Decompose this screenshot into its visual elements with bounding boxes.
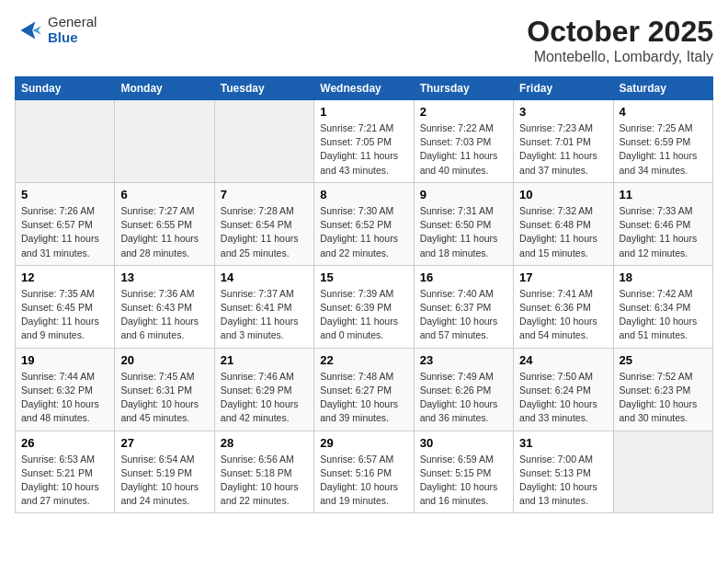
day-info: Sunrise: 7:32 AMSunset: 6:48 PMDaylight:… [519, 204, 607, 260]
day-number: 5 [21, 188, 108, 201]
day-number: 3 [519, 105, 607, 119]
month-title: October 2025 [527, 15, 713, 49]
day-number: 21 [221, 353, 308, 367]
day-number: 11 [620, 188, 707, 201]
day-info: Sunrise: 7:00 AMSunset: 5:13 PMDaylight:… [519, 453, 607, 509]
table-cell: 27Sunrise: 6:54 AMSunset: 5:19 PMDayligh… [115, 431, 214, 513]
day-info: Sunrise: 7:28 AMSunset: 6:54 PMDaylight:… [221, 204, 308, 260]
table-cell: 1Sunrise: 7:21 AMSunset: 7:05 PMDaylight… [314, 100, 414, 183]
table-cell: 23Sunrise: 7:49 AMSunset: 6:26 PMDayligh… [414, 348, 513, 431]
location-text: Montebello, Lombardy, Italy [527, 49, 713, 65]
day-number: 27 [120, 436, 208, 450]
table-cell: 30Sunrise: 6:59 AMSunset: 5:15 PMDayligh… [414, 431, 513, 513]
day-number: 16 [420, 270, 507, 284]
table-cell: 13Sunrise: 7:36 AMSunset: 6:43 PMDayligh… [115, 265, 214, 348]
day-number: 17 [519, 270, 607, 284]
day-number: 30 [420, 436, 507, 450]
table-cell [16, 100, 115, 183]
day-number: 24 [519, 353, 607, 367]
day-info: Sunrise: 7:46 AMSunset: 6:29 PMDaylight:… [221, 370, 308, 426]
day-number: 22 [320, 353, 407, 367]
day-number: 12 [21, 270, 108, 284]
day-number: 14 [221, 270, 308, 284]
header-row: Sunday Monday Tuesday Wednesday Thursday… [16, 77, 713, 100]
col-thursday: Thursday [414, 77, 513, 100]
day-info: Sunrise: 7:42 AMSunset: 6:34 PMDaylight:… [620, 287, 707, 343]
week-row-4: 19Sunrise: 7:44 AMSunset: 6:32 PMDayligh… [16, 348, 713, 431]
week-row-2: 5Sunrise: 7:26 AMSunset: 6:57 PMDaylight… [16, 182, 713, 265]
col-monday: Monday [115, 77, 214, 100]
table-cell: 5Sunrise: 7:26 AMSunset: 6:57 PMDaylight… [16, 182, 115, 265]
table-cell: 25Sunrise: 7:52 AMSunset: 6:23 PMDayligh… [613, 348, 712, 431]
day-number: 7 [221, 188, 308, 201]
day-info: Sunrise: 7:30 AMSunset: 6:52 PMDaylight:… [320, 204, 407, 260]
svg-marker-1 [32, 26, 41, 35]
day-info: Sunrise: 7:22 AMSunset: 7:03 PMDaylight:… [420, 121, 507, 178]
table-cell: 20Sunrise: 7:45 AMSunset: 6:31 PMDayligh… [115, 348, 214, 431]
table-cell: 8Sunrise: 7:30 AMSunset: 6:52 PMDaylight… [314, 182, 414, 265]
day-info: Sunrise: 7:21 AMSunset: 7:05 PMDaylight:… [320, 121, 407, 178]
col-saturday: Saturday [613, 77, 712, 100]
table-cell: 9Sunrise: 7:31 AMSunset: 6:50 PMDaylight… [414, 182, 513, 265]
day-number: 25 [620, 353, 707, 367]
day-number: 26 [21, 436, 108, 450]
table-cell: 15Sunrise: 7:39 AMSunset: 6:39 PMDayligh… [314, 265, 414, 348]
table-cell: 26Sunrise: 6:53 AMSunset: 5:21 PMDayligh… [16, 431, 115, 513]
day-info: Sunrise: 7:50 AMSunset: 6:24 PMDaylight:… [519, 370, 607, 426]
day-info: Sunrise: 6:53 AMSunset: 5:21 PMDaylight:… [21, 453, 108, 509]
table-cell: 29Sunrise: 6:57 AMSunset: 5:16 PMDayligh… [314, 431, 414, 513]
table-cell: 3Sunrise: 7:23 AMSunset: 7:01 PMDaylight… [514, 100, 613, 183]
logo: General Blue [15, 15, 97, 45]
day-number: 15 [320, 270, 407, 284]
day-info: Sunrise: 7:45 AMSunset: 6:31 PMDaylight:… [120, 370, 208, 426]
table-cell: 14Sunrise: 7:37 AMSunset: 6:41 PMDayligh… [214, 265, 313, 348]
title-block: October 2025 Montebello, Lombardy, Italy [527, 15, 713, 65]
table-cell: 6Sunrise: 7:27 AMSunset: 6:55 PMDaylight… [115, 182, 214, 265]
day-number: 1 [320, 105, 407, 119]
week-row-1: 1Sunrise: 7:21 AMSunset: 7:05 PMDaylight… [16, 100, 713, 183]
day-number: 9 [420, 188, 507, 201]
table-cell: 17Sunrise: 7:41 AMSunset: 6:36 PMDayligh… [514, 265, 613, 348]
col-tuesday: Tuesday [214, 77, 313, 100]
col-wednesday: Wednesday [314, 77, 414, 100]
day-info: Sunrise: 7:48 AMSunset: 6:27 PMDaylight:… [320, 370, 407, 426]
week-row-3: 12Sunrise: 7:35 AMSunset: 6:45 PMDayligh… [16, 265, 713, 348]
day-info: Sunrise: 7:25 AMSunset: 6:59 PMDaylight:… [620, 121, 707, 178]
week-row-5: 26Sunrise: 6:53 AMSunset: 5:21 PMDayligh… [16, 431, 713, 513]
day-info: Sunrise: 7:26 AMSunset: 6:57 PMDaylight:… [21, 204, 108, 260]
day-number: 10 [519, 188, 607, 201]
logo-general-text: General [48, 15, 97, 30]
day-info: Sunrise: 7:33 AMSunset: 6:46 PMDaylight:… [620, 204, 707, 260]
calendar-table: Sunday Monday Tuesday Wednesday Thursday… [15, 76, 713, 513]
day-info: Sunrise: 7:23 AMSunset: 7:01 PMDaylight:… [519, 121, 607, 178]
day-info: Sunrise: 7:36 AMSunset: 6:43 PMDaylight:… [120, 287, 208, 343]
day-number: 13 [120, 270, 208, 284]
table-cell: 2Sunrise: 7:22 AMSunset: 7:03 PMDaylight… [414, 100, 513, 183]
table-cell [214, 100, 313, 183]
day-info: Sunrise: 7:44 AMSunset: 6:32 PMDaylight:… [21, 370, 108, 426]
day-number: 29 [320, 436, 407, 450]
day-number: 4 [620, 105, 707, 119]
day-info: Sunrise: 6:54 AMSunset: 5:19 PMDaylight:… [120, 453, 208, 509]
day-number: 20 [120, 353, 208, 367]
table-cell: 11Sunrise: 7:33 AMSunset: 6:46 PMDayligh… [613, 182, 712, 265]
day-info: Sunrise: 7:27 AMSunset: 6:55 PMDaylight:… [120, 204, 208, 260]
day-info: Sunrise: 7:39 AMSunset: 6:39 PMDaylight:… [320, 287, 407, 343]
col-friday: Friday [514, 77, 613, 100]
logo-icon [15, 16, 44, 45]
table-cell: 4Sunrise: 7:25 AMSunset: 6:59 PMDaylight… [613, 100, 712, 183]
day-number: 19 [21, 353, 108, 367]
day-number: 18 [620, 270, 707, 284]
table-cell: 21Sunrise: 7:46 AMSunset: 6:29 PMDayligh… [214, 348, 313, 431]
table-cell: 18Sunrise: 7:42 AMSunset: 6:34 PMDayligh… [613, 265, 712, 348]
day-number: 6 [120, 188, 208, 201]
day-info: Sunrise: 7:37 AMSunset: 6:41 PMDaylight:… [221, 287, 308, 343]
day-number: 28 [221, 436, 308, 450]
table-cell [115, 100, 214, 183]
day-info: Sunrise: 7:52 AMSunset: 6:23 PMDaylight:… [620, 370, 707, 426]
table-cell: 19Sunrise: 7:44 AMSunset: 6:32 PMDayligh… [16, 348, 115, 431]
table-cell: 22Sunrise: 7:48 AMSunset: 6:27 PMDayligh… [314, 348, 414, 431]
table-cell: 28Sunrise: 6:56 AMSunset: 5:18 PMDayligh… [214, 431, 313, 513]
day-info: Sunrise: 6:59 AMSunset: 5:15 PMDaylight:… [420, 453, 507, 509]
table-cell: 12Sunrise: 7:35 AMSunset: 6:45 PMDayligh… [16, 265, 115, 348]
